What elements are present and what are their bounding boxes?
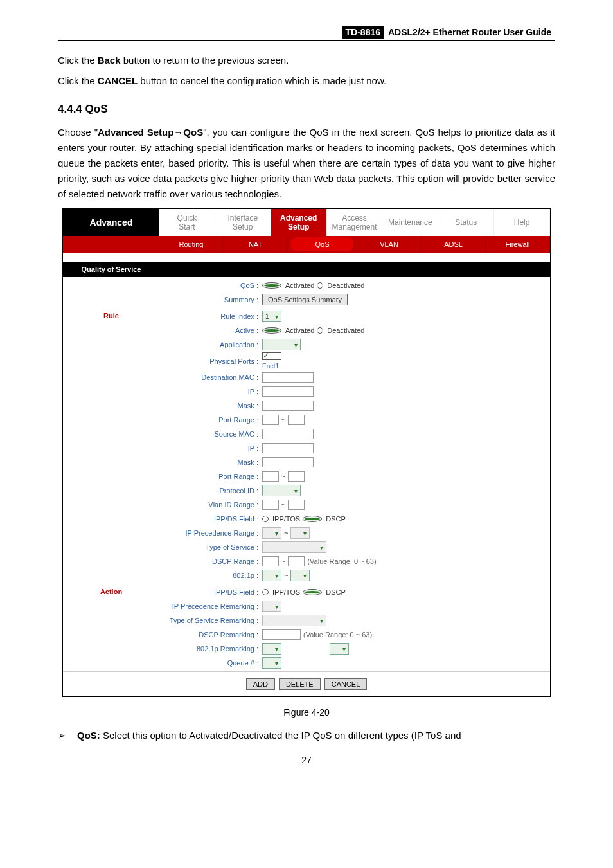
- dest-mac-input[interactable]: [262, 372, 314, 383]
- active-deactivated-radio[interactable]: [317, 327, 323, 334]
- 8021p-to-select[interactable]: ▾: [290, 570, 310, 581]
- paragraph-back: Click the Back button to return to the p…: [58, 53, 555, 68]
- chevron-down-icon: ▾: [275, 646, 278, 653]
- dscp-remarking-hint: (Value Range: 0 ~ 63): [303, 631, 372, 638]
- chevron-down-icon: ▾: [303, 572, 306, 579]
- src-mac-input[interactable]: [262, 429, 314, 439]
- src-port-to-input[interactable]: [288, 471, 305, 482]
- qos-deactivated-radio[interactable]: [317, 282, 323, 289]
- qos-summary-button[interactable]: QoS Settings Summary: [262, 294, 348, 305]
- src-port-from-input[interactable]: [262, 471, 279, 482]
- add-button[interactable]: ADD: [246, 678, 275, 690]
- tos-label: Type of Service :: [159, 543, 262, 551]
- ip-prec-remarking-select[interactable]: ▾: [262, 601, 281, 612]
- dscp-from-input[interactable]: [262, 556, 279, 566]
- chevron-down-icon: ▾: [342, 646, 346, 653]
- subtab-firewall[interactable]: Firewall: [486, 236, 550, 253]
- chevron-down-icon: ▾: [275, 603, 278, 610]
- 8021p-remarking-select[interactable]: ▾: [262, 643, 281, 655]
- 8021p-remarking-label: 802.1p Remarking :: [159, 645, 262, 653]
- chevron-down-icon: ▾: [275, 660, 278, 667]
- src-port-range-label: Port Range :: [159, 473, 262, 480]
- dest-mask-label: Mask :: [159, 402, 262, 410]
- src-ip-input[interactable]: [262, 443, 314, 453]
- vlan-to-input[interactable]: [288, 500, 305, 510]
- ip-prec-remarking-label: IP Precedence Remarking :: [159, 602, 262, 610]
- dscp-hint: (Value Range: 0 ~ 63): [307, 557, 376, 565]
- tab-help[interactable]: Help: [494, 209, 550, 236]
- tab-status[interactable]: Status: [438, 209, 494, 236]
- queue-select[interactable]: ▾: [262, 657, 281, 669]
- action-ipptos-radio[interactable]: [262, 589, 269, 595]
- ip-prec-from-select[interactable]: ▾: [262, 527, 281, 539]
- chevron-down-icon: ▾: [294, 341, 298, 348]
- vlan-range-label: Vlan ID Range :: [159, 501, 262, 509]
- summary-label: Summary :: [159, 296, 262, 303]
- chevron-down-icon: ▾: [320, 617, 323, 624]
- tab-interface-setup[interactable]: Interface Setup: [215, 209, 271, 236]
- delete-button[interactable]: DELETE: [279, 678, 321, 690]
- dest-mask-input[interactable]: [262, 401, 314, 411]
- page-number: 27: [58, 755, 555, 765]
- cancel-button[interactable]: CANCEL: [324, 678, 368, 690]
- dscp-to-input[interactable]: [288, 556, 305, 566]
- tos-select[interactable]: ▾: [262, 541, 326, 553]
- dest-port-to-input[interactable]: [288, 415, 305, 425]
- rule-form: Rule Rule Index :1▾ Active :Activated De…: [63, 308, 550, 584]
- qos-section-header: Quality of Service: [63, 262, 550, 277]
- subtab-nat[interactable]: NAT: [224, 236, 288, 253]
- dest-ip-input[interactable]: [262, 386, 314, 397]
- qos-activated-radio[interactable]: [262, 282, 281, 289]
- model-number: TD-8816: [342, 26, 384, 39]
- action-side-label: Action: [63, 584, 159, 671]
- src-mask-input[interactable]: [262, 457, 314, 467]
- enet1-label: Enet1: [262, 363, 279, 370]
- tab-quick-start[interactable]: Quick Start: [159, 209, 215, 236]
- 8021p-from-select[interactable]: ▾: [262, 570, 281, 581]
- queue-label: Queue # :: [159, 659, 262, 667]
- main-tab-row: Advanced Quick Start Interface Setup Adv…: [63, 209, 550, 236]
- dest-port-from-input[interactable]: [262, 415, 279, 425]
- ip-prec-range-label: IP Precedence Range :: [159, 529, 262, 537]
- ip-prec-to-select[interactable]: ▾: [290, 527, 310, 539]
- enet1-checkbox[interactable]: [262, 352, 281, 360]
- active-activated-radio[interactable]: [262, 327, 281, 334]
- tab-access-management[interactable]: Access Management: [327, 209, 383, 236]
- header-desc: ADSL2/2+ Ethernet Router User Guide: [384, 26, 555, 39]
- rule-index-select[interactable]: 1▾: [262, 311, 281, 322]
- subtab-qos[interactable]: QoS: [290, 237, 355, 251]
- src-mask-label: Mask :: [159, 458, 262, 466]
- paragraph-intro: Choose "Advanced Setup→QoS", you can con…: [58, 125, 555, 202]
- action-form: Action IPP/DS Field :IPP/TOS DSCP IP Pre…: [63, 584, 550, 671]
- chevron-down-icon: ▾: [275, 572, 278, 579]
- action-ippds-label: IPP/DS Field :: [159, 588, 262, 596]
- paragraph-cancel: Click the CANCEL button to cancel the co…: [58, 73, 555, 89]
- subtab-vlan[interactable]: VLAN: [357, 236, 422, 253]
- action-dscp-radio[interactable]: [303, 589, 322, 595]
- protocol-id-select[interactable]: ▾: [262, 485, 301, 496]
- ipptos-radio[interactable]: [262, 516, 269, 522]
- tos-remarking-select[interactable]: ▾: [262, 615, 326, 626]
- page-header: TD-8816 ADSL2/2+ Ethernet Router User Gu…: [58, 26, 555, 41]
- ippds-field-label: IPP/DS Field :: [159, 515, 262, 523]
- vlan-from-input[interactable]: [262, 500, 279, 510]
- dest-mac-label: Destination MAC :: [159, 374, 262, 381]
- tos-remarking-label: Type of Service Remarking :: [159, 617, 262, 624]
- subtab-adsl[interactable]: ADSL: [422, 236, 486, 253]
- src-ip-label: IP :: [159, 444, 262, 452]
- subtab-routing[interactable]: Routing: [159, 236, 224, 253]
- rule-index-label: Rule Index :: [159, 312, 262, 320]
- 8021p-label: 802.1p :: [159, 572, 262, 579]
- dest-ip-label: IP :: [159, 388, 262, 395]
- chevron-down-icon: ▾: [294, 487, 298, 494]
- tab-advanced-setup[interactable]: Advanced Setup: [271, 209, 327, 236]
- qos-top-form: QoS : Activated Deactivated Summary : Qo…: [63, 277, 550, 308]
- tab-maintenance[interactable]: Maintenance: [382, 209, 438, 236]
- dscp-radio[interactable]: [303, 516, 322, 522]
- active-label: Active :: [159, 327, 262, 334]
- 8021p-remarking-select2[interactable]: ▾: [330, 643, 349, 655]
- dscp-remarking-input[interactable]: [262, 629, 301, 640]
- application-select[interactable]: ▾: [262, 339, 301, 350]
- dest-port-range-label: Port Range :: [159, 416, 262, 424]
- dscp-remarking-label: DSCP Remarking :: [159, 631, 262, 638]
